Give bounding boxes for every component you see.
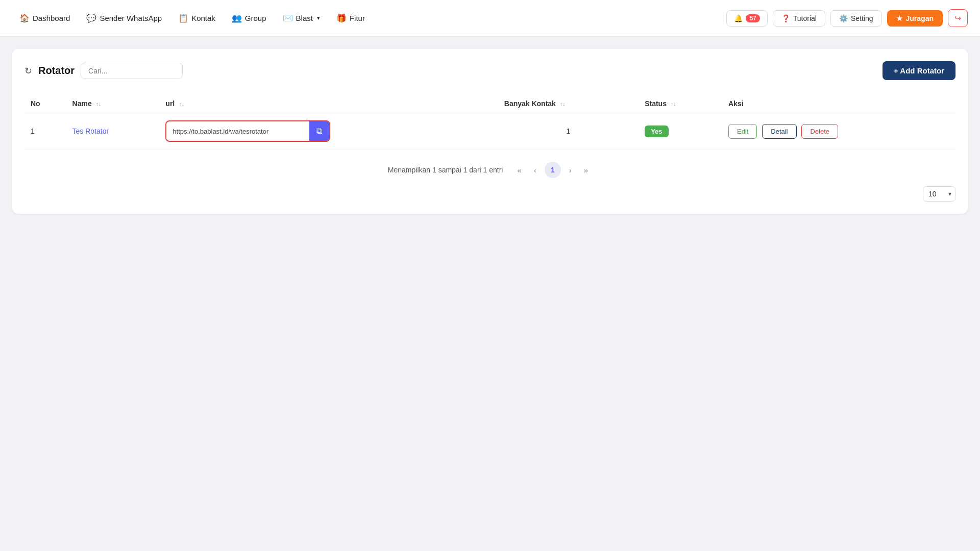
nav-sender-whatsapp[interactable]: 💬 Sender WhatsApp bbox=[79, 9, 169, 27]
nav-kontak[interactable]: 📋 Kontak bbox=[171, 9, 223, 27]
cell-no: 1 bbox=[24, 113, 66, 149]
whatsapp-icon: 💬 bbox=[86, 13, 96, 23]
delete-button[interactable]: Delete bbox=[801, 124, 838, 139]
rotator-table: No Name ↑↓ url ↑↓ Banyak Kontak ↑↓ bbox=[24, 94, 955, 149]
per-page-wrapper: 10 25 50 100 ▾ bbox=[923, 186, 955, 202]
add-icon: + Add Rotator bbox=[894, 66, 944, 75]
juragan-button[interactable]: ★ Juragan bbox=[887, 10, 943, 27]
setting-button[interactable]: ⚙️ Setting bbox=[830, 10, 882, 27]
per-page-select[interactable]: 10 25 50 100 bbox=[923, 186, 955, 202]
col-banyak-kontak: Banyak Kontak ↑↓ bbox=[498, 94, 639, 113]
nav-dashboard-label: Dashboard bbox=[33, 14, 70, 22]
home-icon: 🏠 bbox=[19, 13, 30, 23]
nav-group-label: Group bbox=[245, 14, 266, 22]
cell-banyak-kontak: 1 bbox=[498, 113, 639, 149]
table-row: 1 Tes Rotator https://to.bablast.id/wa/t… bbox=[24, 113, 955, 149]
blast-icon: ✉️ bbox=[283, 13, 293, 23]
cell-aksi: Edit Detail Delete bbox=[722, 113, 955, 149]
navbar: 🏠 Dashboard 💬 Sender WhatsApp 📋 Kontak 👥… bbox=[0, 0, 980, 37]
copy-icon: ⧉ bbox=[316, 127, 322, 136]
group-icon: 👥 bbox=[232, 13, 242, 23]
pagination-next[interactable]: › bbox=[565, 164, 576, 177]
nav-fitur-label: Fitur bbox=[350, 14, 365, 22]
chevron-down-icon: ▾ bbox=[317, 15, 320, 21]
page-title: Rotator bbox=[38, 65, 75, 77]
sort-name-icon[interactable]: ↑↓ bbox=[96, 101, 102, 107]
main-content: ↻ Rotator + Add Rotator No Name ↑↓ bbox=[0, 37, 980, 226]
page-header-left: ↻ Rotator bbox=[24, 63, 183, 79]
nav-blast[interactable]: ✉️ Blast ▾ bbox=[276, 9, 327, 27]
nav-blast-label: Blast bbox=[296, 14, 313, 22]
url-box: https://to.bablast.id/wa/tesrotator ⧉ bbox=[165, 120, 330, 142]
col-status: Status ↑↓ bbox=[639, 94, 722, 113]
page-header: ↻ Rotator + Add Rotator bbox=[24, 61, 955, 80]
col-no: No bbox=[24, 94, 66, 113]
sort-status-icon[interactable]: ↑↓ bbox=[671, 101, 676, 107]
nav-sender-label: Sender WhatsApp bbox=[100, 14, 162, 22]
bell-icon: 🔔 bbox=[734, 14, 743, 22]
pagination-row: Menampilkan 1 sampai 1 dari 1 entri « ‹ … bbox=[24, 162, 955, 178]
rotator-card: ↻ Rotator + Add Rotator No Name ↑↓ bbox=[12, 49, 968, 214]
logout-button[interactable]: ↪ bbox=[948, 9, 968, 27]
question-icon: ❓ bbox=[781, 14, 790, 22]
kontak-icon: 📋 bbox=[178, 13, 188, 23]
col-name: Name ↑↓ bbox=[66, 94, 160, 113]
nav-kontak-label: Kontak bbox=[191, 14, 215, 22]
pagination-last[interactable]: » bbox=[580, 164, 592, 177]
col-url: url ↑↓ bbox=[159, 94, 498, 113]
refresh-icon: ↻ bbox=[24, 65, 32, 77]
table-header-row: No Name ↑↓ url ↑↓ Banyak Kontak ↑↓ bbox=[24, 94, 955, 113]
nav-fitur[interactable]: 🎁 Fitur bbox=[329, 9, 372, 27]
url-text: https://to.bablast.id/wa/tesrotator bbox=[166, 123, 309, 139]
nav-right: 🔔 57 ❓ Tutorial ⚙️ Setting ★ Juragan ↪ bbox=[726, 9, 968, 27]
search-input[interactable] bbox=[81, 63, 183, 79]
cell-url: https://to.bablast.id/wa/tesrotator ⧉ bbox=[159, 113, 498, 149]
url-cell: https://to.bablast.id/wa/tesrotator ⧉ bbox=[165, 120, 492, 142]
notification-badge: 57 bbox=[746, 14, 760, 22]
tutorial-button[interactable]: ❓ Tutorial bbox=[773, 10, 825, 27]
fitur-icon: 🎁 bbox=[336, 13, 347, 23]
per-page-row: 10 25 50 100 ▾ bbox=[24, 186, 955, 202]
nav-group[interactable]: 👥 Group bbox=[225, 9, 274, 27]
setting-label: Setting bbox=[851, 14, 873, 22]
pagination-first[interactable]: « bbox=[513, 164, 525, 177]
pagination-current[interactable]: 1 bbox=[545, 162, 561, 178]
juragan-label: Juragan bbox=[906, 14, 934, 22]
edit-button[interactable]: Edit bbox=[728, 124, 757, 139]
refresh-button[interactable]: ↻ bbox=[24, 65, 32, 77]
add-rotator-button[interactable]: + Add Rotator bbox=[883, 61, 955, 80]
tutorial-label: Tutorial bbox=[793, 14, 817, 22]
sort-banyak-icon[interactable]: ↑↓ bbox=[560, 101, 566, 107]
sort-url-icon[interactable]: ↑↓ bbox=[179, 101, 184, 107]
col-aksi: Aksi bbox=[722, 94, 955, 113]
detail-button[interactable]: Detail bbox=[762, 124, 796, 139]
table-header: No Name ↑↓ url ↑↓ Banyak Kontak ↑↓ bbox=[24, 94, 955, 113]
rotator-name-link[interactable]: Tes Rotator bbox=[72, 127, 109, 135]
cell-name: Tes Rotator bbox=[66, 113, 160, 149]
pagination-prev[interactable]: ‹ bbox=[530, 164, 541, 177]
cell-status: Yes bbox=[639, 113, 722, 149]
notification-button[interactable]: 🔔 57 bbox=[726, 10, 767, 27]
status-badge: Yes bbox=[645, 126, 668, 137]
table-body: 1 Tes Rotator https://to.bablast.id/wa/t… bbox=[24, 113, 955, 149]
nav-links: 🏠 Dashboard 💬 Sender WhatsApp 📋 Kontak 👥… bbox=[12, 9, 722, 27]
logout-icon: ↪ bbox=[954, 13, 961, 23]
gear-icon: ⚙️ bbox=[839, 14, 848, 22]
nav-dashboard[interactable]: 🏠 Dashboard bbox=[12, 9, 77, 27]
star-icon: ★ bbox=[896, 14, 903, 22]
copy-url-button[interactable]: ⧉ bbox=[309, 121, 329, 141]
pagination-info: Menampilkan 1 sampai 1 dari 1 entri bbox=[388, 166, 503, 174]
